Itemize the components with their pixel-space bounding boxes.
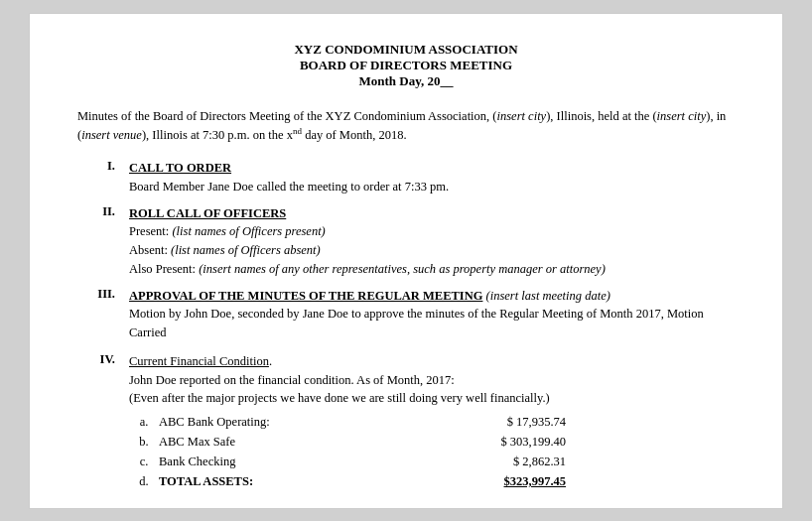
section-2: II. ROLL CALL OF OFFICERS Present: (list…	[77, 204, 735, 279]
section-2-present-value: (list names of Officers present)	[172, 224, 325, 238]
intro-text: Minutes of the Board of Directors Meetin…	[77, 109, 726, 143]
header-line1: XYZ CONDOMINIUM ASSOCIATION	[77, 42, 735, 58]
fi-amount-c: $ 2,862.31	[447, 452, 566, 471]
section-2-absent-value: (list names of Officers absent)	[171, 243, 321, 257]
section-3-title: APPROVAL OF THE MINUTES OF THE REGULAR M…	[129, 289, 482, 303]
document-page: XYZ CONDOMINIUM ASSOCIATION BOARD OF DIR…	[29, 13, 783, 509]
financial-table: a. ABC Bank Operating: $ 17,935.74 b. AB…	[129, 412, 735, 491]
financial-item-c: c. Bank Checking $ 2,862.31	[129, 452, 735, 471]
financial-item-b: b. ABC Max Safe $ 303,199.40	[129, 432, 735, 452]
section-3-num: III.	[77, 287, 129, 342]
section-3: III. APPROVAL OF THE MINUTES OF THE REGU…	[77, 287, 735, 342]
section-2-also-value: (insert names of any other representativ…	[199, 262, 606, 276]
section-4-body2: (Even after the major projects we have d…	[129, 391, 550, 405]
section-4-title: Current Financial Condition	[129, 354, 269, 368]
fi-letter-d: d.	[129, 471, 159, 491]
fi-label-d: TOTAL ASSETS:	[159, 471, 447, 491]
section-2-absent-label: Absent:	[129, 243, 171, 257]
section-2-num: II.	[77, 204, 129, 279]
document-header: XYZ CONDOMINIUM ASSOCIATION BOARD OF DIR…	[77, 42, 735, 89]
intro-paragraph: Minutes of the Board of Directors Meetin…	[77, 107, 735, 146]
fi-label-c: Bank Checking	[159, 452, 447, 471]
fi-letter-c: c.	[129, 452, 159, 471]
section-1-content: CALL TO ORDER Board Member Jane Doe call…	[129, 159, 735, 196]
fi-label-b: ABC Max Safe	[159, 432, 447, 452]
section-4-num: IV.	[77, 352, 129, 491]
section-1-body: Board Member Jane Doe called the meeting…	[129, 180, 449, 194]
financial-item-a: a. ABC Bank Operating: $ 17,935.74	[129, 412, 735, 432]
section-4: IV. Current Financial Condition. John Do…	[77, 352, 735, 491]
section-4-content: Current Financial Condition. John Doe re…	[129, 352, 735, 491]
section-4-body1: John Doe reported on the financial condi…	[129, 373, 455, 387]
section-2-also-label: Also Present:	[129, 262, 199, 276]
fi-amount-a: $ 17,935.74	[447, 412, 566, 432]
section-1-num: I.	[77, 159, 129, 196]
section-1: I. CALL TO ORDER Board Member Jane Doe c…	[77, 159, 735, 196]
header-line3: Month Day, 20__	[77, 73, 735, 89]
section-3-title-insert: (insert last meeting date)	[482, 289, 609, 303]
header-line2: BOARD OF DIRECTORS MEETING	[77, 58, 735, 73]
financial-item-d: d. TOTAL ASSETS: $323,997.45	[129, 471, 735, 491]
section-2-present-label: Present:	[129, 224, 172, 238]
fi-amount-d: $323,997.45	[447, 471, 566, 491]
fi-letter-a: a.	[129, 412, 159, 432]
section-2-content: ROLL CALL OF OFFICERS Present: (list nam…	[129, 204, 735, 279]
fi-letter-b: b.	[129, 432, 159, 452]
section-2-title: ROLL CALL OF OFFICERS	[129, 206, 286, 220]
section-3-content: APPROVAL OF THE MINUTES OF THE REGULAR M…	[129, 287, 735, 342]
section-1-title: CALL TO ORDER	[129, 161, 231, 175]
section-3-body: Motion by John Doe, seconded by Jane Doe…	[129, 307, 704, 339]
fi-amount-b: $ 303,199.40	[447, 432, 566, 452]
section-4-title-dot: .	[269, 354, 272, 368]
fi-label-a: ABC Bank Operating:	[159, 412, 447, 432]
